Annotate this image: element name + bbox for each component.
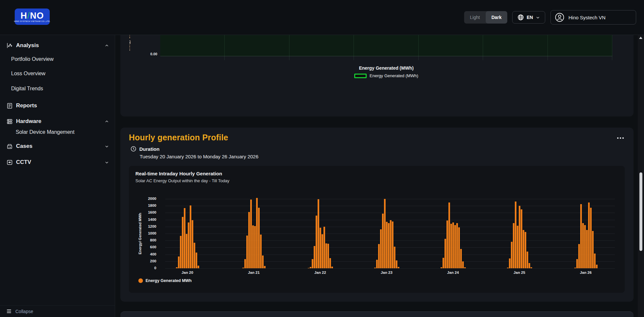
bar: [458, 227, 460, 268]
hourly-chart-subtitle: Solar AC Energy Output within the day - …: [135, 178, 229, 183]
gridline: [224, 35, 225, 60]
bar: [398, 267, 399, 268]
sidebar-item-loss-overview[interactable]: Loss Overview: [0, 69, 115, 79]
more-options-icon[interactable]: [617, 137, 624, 139]
top-chart-legend-title: Energy Generated (MWh): [160, 65, 612, 71]
user-menu[interactable]: Hino Systech VN: [550, 10, 636, 25]
sidebar-item-label: CCTV: [16, 159, 31, 166]
sidebar-item-cases[interactable]: Cases: [0, 141, 115, 152]
scrollbar-thumb[interactable]: [639, 172, 642, 251]
sidebar-item-cctv[interactable]: CCTV: [0, 157, 115, 168]
bar: [323, 227, 325, 268]
y-tick-label: 800: [137, 238, 156, 242]
chevron-down-icon[interactable]: [105, 160, 109, 165]
bar: [582, 223, 584, 268]
bar: [256, 198, 258, 268]
gridline: [612, 35, 612, 60]
bar: [190, 205, 191, 268]
sidebar-item-label: Cases: [16, 143, 32, 150]
bar: [252, 225, 254, 268]
bar: [507, 268, 509, 268]
user-name: Hino Systech VN: [568, 15, 605, 20]
x-axis-label: Jan 22: [307, 271, 333, 274]
bar-cluster: [441, 203, 466, 268]
bar: [392, 221, 393, 268]
y-tick-label: 0.00: [139, 52, 157, 56]
chevron-down-icon: [536, 15, 540, 20]
theme-dark-button[interactable]: Dark: [486, 11, 507, 24]
bar: [576, 259, 578, 268]
bar: [529, 263, 530, 268]
bar: [519, 206, 520, 268]
y-tick-label: 600: [137, 245, 156, 249]
bar: [531, 267, 532, 268]
bar: [192, 220, 193, 268]
duration-label: Duration: [139, 146, 160, 152]
hourly-chart-title: Real-time Intraday Hourly Generation: [135, 171, 222, 176]
cases-icon: [6, 143, 13, 150]
collapse-button[interactable]: Collapse: [0, 305, 115, 317]
bar: [513, 223, 514, 268]
scroll-up-arrow-icon[interactable]: [639, 37, 642, 39]
chevron-up-icon[interactable]: [105, 44, 109, 48]
bar: [523, 230, 524, 268]
chevron-down-icon[interactable]: [105, 144, 109, 149]
bar-cluster: [574, 203, 598, 268]
bar: [186, 234, 187, 268]
hourly-xlabels: Jan 20Jan 21Jan 22Jan 23Jan 24Jan 25Jan …: [165, 271, 615, 276]
sidebar-item-portfolio-overview[interactable]: Portfolio Overview: [0, 54, 115, 64]
theme-toggle: Light Dark: [464, 11, 507, 24]
bar: [394, 247, 395, 268]
sidebar-subitem-label: Portfolio Overview: [11, 56, 54, 62]
bar: [264, 266, 266, 268]
chevron-up-icon[interactable]: [105, 119, 109, 124]
bar: [590, 208, 592, 269]
x-axis-label: Jan 21: [241, 271, 267, 274]
hourly-chart-legend-item[interactable]: Energy Generated MWh: [138, 278, 192, 283]
theme-light-button[interactable]: Light: [464, 11, 486, 24]
bar: [331, 267, 333, 268]
bar: [242, 268, 244, 268]
sidebar-item-reports[interactable]: Reports: [0, 100, 115, 111]
bar-cluster: [507, 202, 532, 268]
sidebar-item-analysis[interactable]: Analysis: [0, 40, 115, 51]
hourly-chart-panel: Real-time Intraday Hourly Generation Sol…: [129, 166, 625, 293]
bar: [443, 258, 444, 268]
hino-logo[interactable]: H/NO HINO SYSTECH VIETNAM CO.,LTD.: [15, 9, 50, 25]
energy-generated-chart-card: Energy Generated (MWh) 0.00 Energy Gener…: [120, 35, 634, 116]
globe-icon: [517, 14, 524, 21]
x-axis-label: Jan 26: [573, 271, 599, 274]
bar: [462, 261, 464, 268]
bar: [376, 260, 378, 269]
language-code: EN: [527, 15, 533, 20]
bar: [586, 230, 588, 268]
sidebar-subitem-label: Digital Trends: [11, 86, 43, 92]
gridline: [289, 35, 289, 60]
hardware-icon: [6, 118, 13, 125]
hourly-plot: [165, 199, 615, 268]
top-chart-y-axis-label: Energy Generated (MWh): [130, 35, 136, 51]
logo-subtext: HINO SYSTECH VIETNAM CO.,LTD.: [14, 20, 51, 22]
bar: [446, 220, 448, 268]
bar: [258, 208, 260, 269]
bar: [592, 231, 594, 268]
sidebar-item-solar-device-mangement[interactable]: Solar Device Mangement: [0, 127, 115, 137]
app-root: Analysis Portfolio Overview Loss Overvie…: [0, 0, 644, 317]
top-plot: [160, 35, 612, 56]
bar: [318, 199, 319, 268]
gridline: [165, 268, 615, 269]
sidebar-item-hardware[interactable]: Hardware: [0, 116, 115, 127]
gridline: [483, 35, 483, 60]
bar: [196, 253, 197, 268]
bar: [246, 236, 248, 268]
bar: [596, 265, 598, 268]
bar: [452, 222, 454, 268]
y-tick-label: 1800: [137, 203, 156, 207]
top-chart-legend-item[interactable]: Energy Generated (MWh): [160, 73, 612, 78]
analysis-icon: [6, 42, 13, 49]
bar: [444, 239, 446, 268]
bar: [390, 220, 392, 268]
bar: [254, 226, 256, 268]
sidebar-item-digital-trends[interactable]: Digital Trends: [0, 84, 115, 94]
language-selector[interactable]: EN: [512, 11, 545, 24]
